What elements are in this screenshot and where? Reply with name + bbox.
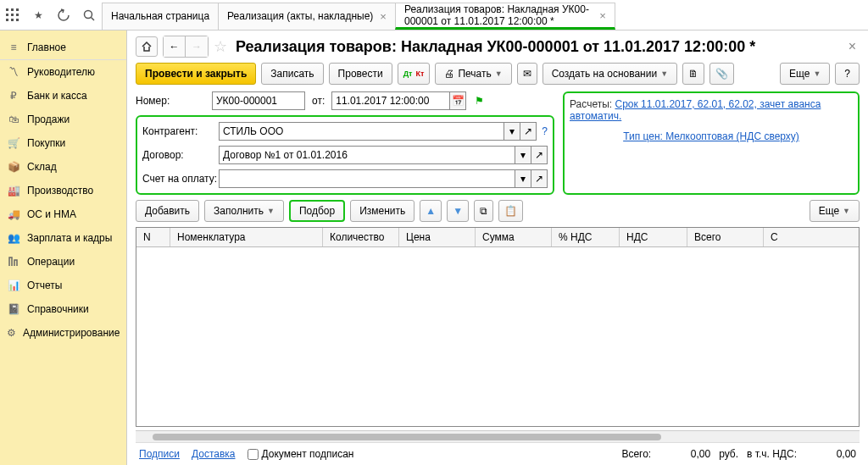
sidebar-item-sales[interactable]: 🛍Продажи bbox=[0, 108, 126, 131]
col-qty[interactable]: Количество bbox=[323, 228, 399, 246]
svg-rect-1 bbox=[11, 8, 14, 11]
partner-help-link[interactable]: ? bbox=[542, 125, 548, 137]
caret-down-icon: ▼ bbox=[495, 69, 503, 78]
search-icon[interactable] bbox=[81, 8, 97, 23]
currency-label: руб. bbox=[719, 448, 738, 460]
move-up-button[interactable]: ▲ bbox=[420, 200, 442, 222]
bag-icon: 🛍 bbox=[7, 113, 20, 126]
signed-checkbox-wrap[interactable]: Документ подписан bbox=[248, 448, 354, 460]
copy-button[interactable]: ⧉ bbox=[474, 200, 493, 222]
dropdown-button[interactable]: ▾ bbox=[515, 169, 531, 188]
sidebar-item-production[interactable]: 🏭Производство bbox=[0, 179, 126, 202]
sidebar-item-os[interactable]: 🚚ОС и НМА bbox=[0, 202, 126, 226]
move-down-button[interactable]: ▼ bbox=[447, 200, 469, 222]
mail-button[interactable]: ✉ bbox=[517, 63, 537, 85]
close-icon[interactable]: × bbox=[845, 39, 860, 54]
partner-label: Контрагент: bbox=[142, 125, 219, 137]
contract-field[interactable] bbox=[219, 146, 515, 164]
tab-document[interactable]: Реализация товаров: Накладная УК00-00000… bbox=[395, 3, 615, 30]
items-table[interactable]: N Номенклатура Количество Цена Сумма % Н… bbox=[136, 227, 860, 427]
sidebar-item-label: Главное bbox=[27, 42, 66, 53]
tab-start[interactable]: Начальная страница bbox=[102, 3, 219, 30]
svg-line-10 bbox=[92, 17, 95, 20]
home-button[interactable] bbox=[136, 36, 158, 57]
more-button[interactable]: Еще▼ bbox=[780, 63, 830, 85]
contract-label: Договор: bbox=[142, 149, 219, 161]
write-button[interactable]: Записать bbox=[261, 63, 323, 85]
col-total[interactable]: Всего bbox=[687, 228, 764, 246]
tab-realizations[interactable]: Реализация (акты, накладные)× bbox=[218, 3, 396, 30]
scrollbar-thumb[interactable] bbox=[153, 434, 661, 440]
open-button[interactable]: ↗ bbox=[531, 169, 548, 188]
table-header: N Номенклатура Количество Цена Сумма % Н… bbox=[136, 228, 859, 247]
svg-point-9 bbox=[85, 10, 92, 18]
dropdown-button[interactable]: ▾ bbox=[515, 146, 531, 164]
close-icon[interactable]: × bbox=[599, 10, 606, 21]
add-button[interactable]: Добавить bbox=[136, 200, 199, 222]
signed-checkbox[interactable] bbox=[248, 449, 259, 460]
attach-button[interactable]: 📎 bbox=[709, 63, 734, 85]
people-icon: 👥 bbox=[7, 231, 20, 245]
open-button[interactable]: ↗ bbox=[520, 122, 537, 141]
number-field[interactable] bbox=[212, 91, 305, 110]
back-button[interactable]: ← bbox=[164, 36, 186, 57]
history-icon[interactable] bbox=[56, 8, 71, 23]
doc-icon: 🗎 bbox=[688, 68, 698, 80]
sidebar-item-bank[interactable]: ₽Банк и касса bbox=[0, 84, 126, 108]
caret-down-icon: ▾ bbox=[509, 125, 515, 137]
star-icon[interactable]: ★ bbox=[31, 8, 46, 23]
caret-down-icon: ▼ bbox=[660, 69, 668, 78]
paperclip-icon: 📎 bbox=[715, 68, 728, 80]
horizontal-scrollbar[interactable] bbox=[136, 430, 860, 442]
paste-button[interactable]: 📋 bbox=[498, 200, 523, 222]
sidebar-item-stock[interactable]: 📦Склад bbox=[0, 155, 126, 179]
delivery-link[interactable]: Доставка bbox=[192, 448, 236, 460]
print-button[interactable]: 🖨Печать▼ bbox=[435, 63, 511, 85]
caret-down-icon: ▼ bbox=[843, 207, 850, 215]
favorite-star-icon[interactable]: ☆ bbox=[214, 37, 227, 56]
sidebar-item-reports[interactable]: 📊Отчеты bbox=[0, 274, 126, 297]
dt-kt-button[interactable]: ДтКт bbox=[398, 63, 431, 85]
sidebar-item-refs[interactable]: 📓Справочники bbox=[0, 297, 126, 321]
invoice-field[interactable] bbox=[219, 169, 515, 188]
dropdown-button[interactable]: ▾ bbox=[504, 122, 520, 141]
sidebar-item-salary[interactable]: 👥Зарплата и кадры bbox=[0, 226, 126, 250]
col-price[interactable]: Цена bbox=[399, 228, 476, 246]
col-acc[interactable]: С bbox=[764, 228, 859, 246]
sidebar-item-label: Справочники bbox=[27, 303, 89, 315]
signatures-link[interactable]: Подписи bbox=[139, 448, 180, 460]
sidebar-item-leader[interactable]: 〽Руководителю bbox=[0, 60, 126, 84]
table-body[interactable] bbox=[136, 247, 859, 332]
col-nomen[interactable]: Номенклатура bbox=[170, 228, 323, 246]
forward-button[interactable]: → bbox=[186, 36, 208, 57]
pick-button[interactable]: Подбор bbox=[289, 200, 345, 222]
sidebar-item-label: Зарплата и кадры bbox=[27, 232, 112, 244]
change-button[interactable]: Изменить bbox=[350, 200, 415, 222]
price-type-link[interactable]: Тип цен: Мелкооптовая (НДС сверху) bbox=[623, 130, 799, 142]
col-sum[interactable]: Сумма bbox=[476, 228, 552, 246]
files-button[interactable]: 🗎 bbox=[682, 63, 704, 85]
calendar-button[interactable]: 📅 bbox=[449, 91, 466, 110]
partner-field[interactable] bbox=[219, 122, 504, 141]
date-field[interactable] bbox=[331, 91, 450, 110]
help-button[interactable]: ? bbox=[835, 63, 860, 85]
caret-down-icon: ▼ bbox=[813, 69, 821, 78]
sidebar-item-admin[interactable]: ⚙Администрирование bbox=[0, 321, 126, 345]
fill-button[interactable]: Заполнить▼ bbox=[204, 200, 284, 222]
table-more-button[interactable]: Еще▼ bbox=[810, 200, 860, 222]
post-button[interactable]: Провести bbox=[329, 63, 392, 85]
svg-rect-0 bbox=[6, 8, 8, 11]
col-vat-pct[interactable]: % НДС bbox=[552, 228, 620, 246]
apps-icon[interactable] bbox=[5, 8, 20, 23]
close-icon[interactable]: × bbox=[380, 11, 387, 22]
sidebar-item-ops[interactable]: Операции bbox=[0, 250, 126, 274]
col-vat[interactable]: НДС bbox=[620, 228, 687, 246]
col-n[interactable]: N bbox=[136, 228, 170, 246]
create-based-button[interactable]: Создать на основании▼ bbox=[542, 63, 677, 85]
sidebar-item-main[interactable]: ≡Главное bbox=[0, 36, 126, 60]
sidebar-item-purchases[interactable]: 🛒Покупки bbox=[0, 131, 126, 155]
sidebar: ≡Главное 〽Руководителю ₽Банк и касса 🛍Пр… bbox=[0, 30, 127, 465]
open-button[interactable]: ↗ bbox=[531, 146, 548, 164]
post-and-close-button[interactable]: Провести и закрыть bbox=[136, 63, 256, 85]
ops-icon bbox=[7, 255, 20, 268]
